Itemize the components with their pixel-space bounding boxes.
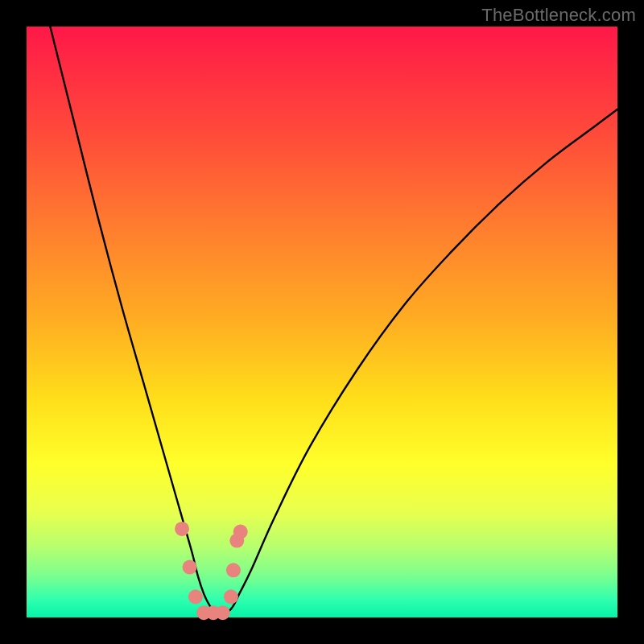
highlight-dot — [226, 563, 241, 577]
highlight-dot — [233, 525, 248, 539]
chart-frame: TheBottleneck.com — [0, 0, 644, 644]
highlight-dot — [175, 522, 189, 536]
curve-layer — [27, 27, 617, 617]
highlight-dot — [224, 589, 238, 604]
watermark-text: TheBottleneck.com — [481, 5, 636, 26]
bottleneck-curve — [50, 27, 617, 613]
highlight-dot — [188, 589, 203, 604]
highlight-dots — [175, 522, 248, 620]
highlight-dot — [216, 605, 230, 620]
highlight-dot — [183, 560, 197, 575]
plot-area — [27, 27, 617, 617]
